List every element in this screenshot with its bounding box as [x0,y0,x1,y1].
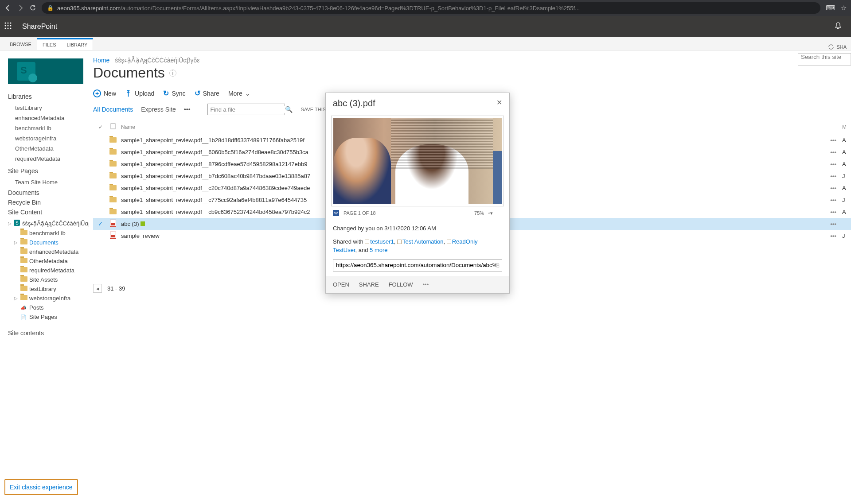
site-logo[interactable] [8,58,83,84]
tree-item[interactable]: requiredMetadata [14,266,89,275]
preview-thumbnail[interactable] [333,118,502,204]
breadcrumb-site[interactable]: śŝşءặẴặĄąĆčĈĊċàėήiŨαβγδε [115,57,199,64]
back-button[interactable] [4,4,12,12]
more-button[interactable]: More ⌄ [228,90,250,97]
row-menu-icon[interactable]: ••• [824,161,842,167]
more-actions-icon[interactable]: ••• [423,281,429,288]
page-title: Documents i [93,65,851,81]
preview-title: abc (3).pdf [333,98,496,109]
nav-link-teamsite[interactable]: Team Site Home [8,177,89,187]
svg-point-5 [10,25,12,26]
breadcrumb: Home śŝşءặẴặĄąĆčĈĊċàėήiŨαβγδε [93,57,851,64]
type-column-icon[interactable] [108,123,118,131]
preview-body: Changed by you on 3/11/2020 12:06 AM Sha… [326,220,509,276]
expand-icon[interactable]: ▷ [14,296,19,301]
nav-library-item[interactable]: requiredMetadata [8,154,89,164]
share-button[interactable]: SHARE [359,281,379,288]
search-site-input[interactable] [801,54,848,60]
nav-sitecontents[interactable]: Site contents [8,330,89,337]
page-info: PAGE 1 OF 18 [344,210,376,216]
preview-panel: abc (3).pdf ✕ W PAGE 1 OF 18 75% ▫▾ ⛶ Ch… [325,93,510,294]
ribbon-group: FILES LIBRARY [37,38,93,50]
notifications-icon[interactable] [834,22,842,31]
tree-item[interactable]: benchmarkLib [14,229,89,238]
tree-item[interactable]: Site Assets [14,275,89,284]
forward-button[interactable] [17,4,24,12]
tree-item[interactable]: 📄Site Pages [14,312,89,322]
view-express-site[interactable]: Express Site [141,106,176,113]
modified-cell: A [842,161,851,167]
row-menu-icon[interactable]: ••• [824,233,842,239]
open-button[interactable]: OPEN [333,281,349,288]
folder-icon [20,267,27,274]
brand-label[interactable]: SharePoint [22,23,57,31]
view-more-icon[interactable]: ••• [184,106,191,113]
row-menu-icon[interactable]: ••• [824,173,842,179]
ribbon-tab-library[interactable]: LIBRARY [61,39,93,50]
more-users-link[interactable]: 5 more [370,247,387,253]
row-menu-icon[interactable]: ••• [824,185,842,191]
row-menu-icon[interactable]: ••• [824,221,842,227]
tree-documents[interactable]: ▷ Documents [8,238,89,247]
expand-icon[interactable]: ▷ [8,221,12,226]
follow-button[interactable]: FOLLOW [389,281,413,288]
row-menu-icon[interactable]: ••• [824,137,842,143]
tree-item[interactable]: enhancedMetadata [14,247,89,256]
info-icon[interactable]: i [169,70,176,77]
nav-library-item[interactable]: testLibrary [8,103,89,113]
ribbon-tab-files[interactable]: FILES [37,39,62,50]
modified-column-header[interactable]: M [842,124,851,130]
reload-button[interactable] [29,4,36,12]
ribbon-tab-browse[interactable]: BROWSE [4,39,37,50]
folder-icon [20,248,27,255]
nav-library-item[interactable]: webstorageInfra [8,133,89,143]
select-all-checkbox[interactable]: ✓ [93,124,108,130]
nav-heading-sitecontent[interactable]: Site Content [8,209,89,216]
search-icon[interactable]: 🔍 [285,106,293,113]
page-prev-button[interactable]: ◂ [93,284,102,293]
row-menu-icon[interactable]: ••• [824,197,842,203]
copy-icon[interactable]: ⎘ [496,261,499,269]
user-link[interactable]: Test Automation [402,238,444,245]
tree-root[interactable]: ▷ S śŝşءặẴặĄąĆčĈĊċàėήiŨαβγ [8,218,89,229]
find-file-box[interactable]: 🔍 [207,104,285,115]
row-menu-icon[interactable]: ••• [824,149,842,155]
tree-item[interactable]: 📣Posts [14,303,89,312]
translate-icon[interactable]: ⌨ [826,4,835,12]
preview-controls: W PAGE 1 OF 18 75% ▫▾ ⛶ [326,206,509,220]
expand-icon[interactable]: ▷ [14,240,19,245]
svg-point-4 [8,25,9,26]
share-button[interactable]: ↺Share [195,89,219,97]
view-all-documents[interactable]: All Documents [93,106,133,113]
star-icon[interactable]: ☆ [841,4,847,12]
nav-heading-libraries[interactable]: Libraries [8,93,89,100]
document-url-box[interactable]: ⎘ [333,259,502,271]
tree-item[interactable]: testLibrary [14,284,89,294]
upload-button[interactable]: ⭱Upload [125,89,154,97]
nav-library-item[interactable]: OtherMetadata [8,143,89,154]
find-file-input[interactable] [211,106,285,113]
search-site-box[interactable] [798,53,851,66]
tree-webstorage[interactable]: ▷ webstorageInfra [8,294,89,303]
folder-icon [108,161,118,168]
tree-item[interactable]: OtherMetadata [14,256,89,266]
new-button[interactable]: +New [93,89,116,97]
document-url-input[interactable] [336,262,496,268]
fullscreen-icon[interactable]: ⛶ [497,210,502,216]
nav-library-item[interactable]: benchmarkLib [8,123,89,133]
nav-library-item[interactable]: enhancedMetadata [8,113,89,123]
sync-button[interactable]: ↻Sync [163,89,185,97]
close-icon[interactable]: ✕ [496,98,502,107]
breadcrumb-home[interactable]: Home [93,57,109,64]
exit-classic-button[interactable]: Exit classic experience [4,479,78,495]
nav-heading-sitepages[interactable]: Site Pages [8,167,89,174]
nav-heading-documents[interactable]: Documents [8,189,89,196]
app-launcher-icon[interactable] [4,22,22,31]
view-mode-icon[interactable]: ▫▾ [488,210,493,216]
row-menu-icon[interactable]: ••• [824,209,842,215]
address-bar[interactable]: 🔒 aeon365.sharepoint.com/automation/Docu… [42,2,820,14]
ribbon-share[interactable]: SHA [828,44,851,50]
user-link[interactable]: testuser1 [370,238,394,245]
row-checkbox[interactable]: ✓ [93,221,108,227]
nav-heading-recycle[interactable]: Recycle Bin [8,199,89,206]
